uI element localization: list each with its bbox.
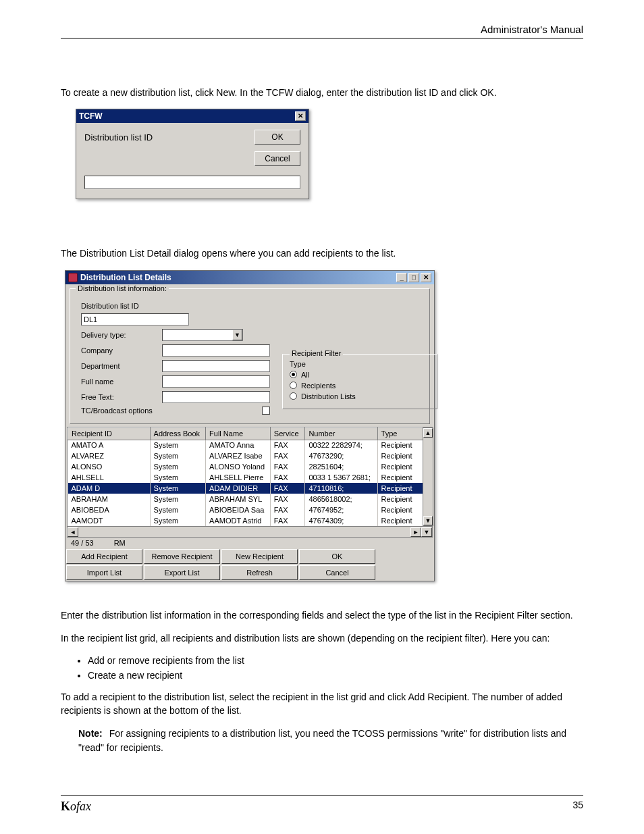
table-cell: 00322 2282974; (305, 440, 377, 450)
dld-title: Distribution List Details (80, 273, 171, 282)
import-list-button[interactable]: Import List (66, 565, 142, 580)
table-row[interactable]: ALONSOSystemALONSO YolandFAX28251604;Rec… (68, 461, 432, 472)
column-header[interactable]: Address Book (150, 427, 205, 440)
button-row: Add Recipient Remove Recipient New Recip… (65, 548, 434, 581)
table-cell: System (150, 472, 205, 483)
horizontal-scrollbar[interactable]: ◄ ► ▼ (68, 526, 432, 537)
group-legend: Distribution list information: (76, 284, 169, 292)
recipient-filter-legend: Recipient Filter (290, 349, 343, 357)
table-row[interactable]: ABIOBEDASystemABIOBEIDA SaaFAX47674952;R… (68, 504, 432, 515)
close-icon[interactable]: ✕ (421, 273, 431, 282)
tc-broadcast-checkbox[interactable] (262, 407, 270, 415)
company-field[interactable] (162, 344, 270, 357)
table-row[interactable]: AHLSELLSystemAHLSELL PierreFAX0033 1 536… (68, 472, 432, 483)
recipient-table: Recipient IDAddress BookFull NameService… (67, 427, 433, 538)
fullname-field[interactable] (162, 375, 270, 388)
scroll-up-icon[interactable]: ▲ (423, 428, 433, 438)
scroll-menu-icon[interactable]: ▼ (421, 527, 432, 537)
dld-ok-button[interactable]: OK (299, 549, 375, 564)
table-cell: 47674952; (305, 504, 377, 515)
cancel-button[interactable]: Cancel (254, 151, 300, 166)
note-paragraph: Note: For assigning recipients to a dist… (78, 727, 583, 754)
table-cell: FAX (270, 483, 305, 494)
table-row[interactable]: ABRAHAMSystemABRAHAM SYLFAX4865618002;Re… (68, 494, 432, 504)
remove-recipient-button[interactable]: Remove Recipient (144, 549, 220, 564)
distribution-list-details-dialog: Distribution List Details _ □ ✕ Distribu… (65, 270, 435, 582)
chevron-down-icon[interactable]: ▼ (232, 330, 242, 340)
close-icon[interactable]: ✕ (295, 111, 306, 121)
export-list-button[interactable]: Export List (144, 565, 220, 580)
table-cell: ALONSO (68, 461, 151, 472)
tcfw-titlebar: TCFW ✕ (76, 109, 308, 123)
table-cell: 47110816; (305, 483, 377, 494)
add-recipient-button[interactable]: Add Recipient (66, 549, 142, 564)
scroll-left-icon[interactable]: ◄ (68, 527, 78, 537)
table-cell: AHLSELL Pierre (206, 472, 271, 483)
filter-type-label: Type (290, 360, 430, 368)
delivery-type-select[interactable] (162, 329, 243, 341)
column-header[interactable]: Full Name (206, 427, 271, 440)
department-field[interactable] (162, 360, 270, 372)
freetext-field[interactable] (162, 391, 270, 403)
list-item: Create a new recipient (88, 670, 583, 681)
freetext-label: Free Text: (81, 393, 155, 401)
new-recipient-button[interactable]: New Recipient (221, 549, 298, 564)
delivery-type-label: Delivery type: (81, 331, 155, 339)
company-label: Company (81, 346, 155, 355)
dl-id-label: Distribution list ID (81, 302, 155, 310)
filter-all-radio[interactable]: All (290, 371, 430, 379)
table-cell: System (150, 515, 205, 526)
table-cell: FAX (270, 504, 305, 515)
table-cell: FAX (270, 515, 305, 526)
table-cell: ABIOBEIDA Saa (206, 504, 271, 515)
mid-paragraph: The Distribution List Detail dialog open… (61, 246, 583, 260)
dl-id-field[interactable] (81, 313, 189, 325)
tc-broadcast-label: TC/Broadcast options (81, 407, 153, 415)
table-row[interactable]: AAMODTSystemAAMODT AstridFAX47674309;Rec… (68, 515, 432, 526)
table-cell: 0033 1 5367 2681; (305, 472, 377, 483)
filter-all-label: All (301, 371, 309, 379)
distribution-list-id-label: Distribution list ID (84, 132, 153, 142)
table-cell: 47673290; (305, 450, 377, 461)
ok-button[interactable]: OK (254, 130, 300, 145)
after-paragraph-3: To add a recipient to the distribution l… (61, 690, 583, 718)
table-row[interactable]: ADAM DSystemADAM DIDIERFAX47110816;Recip… (68, 483, 432, 494)
table-cell: AAMODT Astrid (206, 515, 271, 526)
refresh-button[interactable]: Refresh (221, 565, 298, 580)
fullname-label: Full name (81, 377, 155, 386)
tcfw-dialog: TCFW ✕ Distribution list ID OK Cancel (76, 109, 309, 199)
table-cell: 28251604; (305, 461, 377, 472)
table-cell: AMATO Anna (206, 440, 271, 450)
dld-titlebar-icon (68, 273, 78, 282)
table-cell: 4865618002; (305, 494, 377, 504)
table-row[interactable]: AMATO ASystemAMATO AnnaFAX00322 2282974;… (68, 440, 432, 450)
filter-distlists-radio[interactable]: Distribution Lists (290, 392, 430, 400)
vertical-scrollbar[interactable]: ▲ ▼ (423, 427, 433, 527)
distribution-list-id-input[interactable] (84, 176, 300, 189)
footer-brand: Kofax (61, 800, 91, 814)
maximize-icon[interactable]: □ (408, 273, 419, 282)
table-cell: ABIOBEDA (68, 504, 151, 515)
table-row[interactable]: ALVAREZSystemALVAREZ IsabeFAX47673290;Re… (68, 450, 432, 461)
column-header[interactable]: Service (270, 427, 305, 440)
page-header: Administrator's Manual (61, 24, 583, 38)
table-cell: System (150, 450, 205, 461)
table-cell: FAX (270, 440, 305, 450)
table-cell: ALONSO Yoland (206, 461, 271, 472)
column-header[interactable]: Number (305, 427, 377, 440)
table-cell: ALVAREZ Isabe (206, 450, 271, 461)
footer-page-number: 35 (572, 800, 583, 814)
scroll-right-icon[interactable]: ► (410, 527, 421, 537)
dld-cancel-button[interactable]: Cancel (299, 565, 375, 580)
scroll-down-icon[interactable]: ▼ (423, 516, 433, 525)
table-cell: 47674309; (305, 515, 377, 526)
bullet-list: Add or remove recipients from the list C… (88, 655, 583, 681)
filter-recipients-radio[interactable]: Recipients (290, 382, 430, 390)
column-header[interactable]: Recipient ID (68, 427, 151, 440)
list-item: Add or remove recipients from the list (88, 655, 583, 666)
table-cell: ABRAHAM SYL (206, 494, 271, 504)
status-count: 49 / 53 (71, 539, 94, 547)
minimize-icon[interactable]: _ (396, 273, 407, 282)
status-mode: RM (114, 539, 126, 547)
tcfw-title: TCFW (79, 111, 103, 121)
